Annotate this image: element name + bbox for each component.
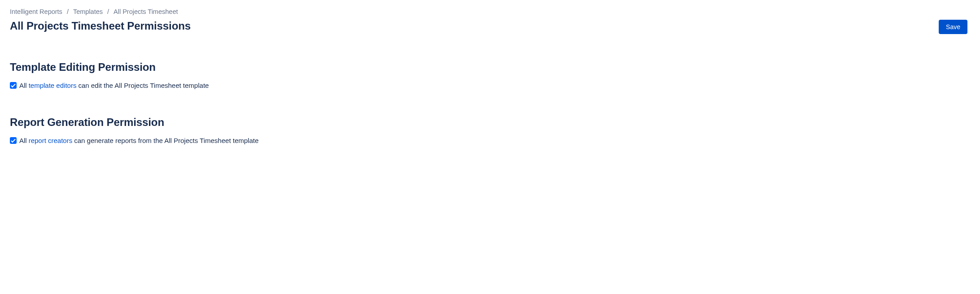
- save-button[interactable]: Save: [939, 20, 967, 34]
- report-generation-section: Report Generation Permission All report …: [10, 116, 970, 144]
- breadcrumb-separator: /: [67, 8, 69, 15]
- report-generation-title: Report Generation Permission: [10, 116, 970, 129]
- report-generation-checkbox[interactable]: [10, 137, 17, 144]
- report-generation-text-prefix: All: [19, 137, 27, 144]
- template-editing-checkbox[interactable]: [10, 82, 17, 89]
- template-editing-text-prefix: All: [19, 82, 27, 89]
- breadcrumb-separator: /: [107, 8, 109, 15]
- report-creators-link[interactable]: report creators: [29, 137, 73, 144]
- template-editing-text-suffix: can edit the All Projects Timesheet temp…: [78, 82, 209, 89]
- breadcrumb-link-templates[interactable]: Templates: [73, 8, 103, 15]
- report-generation-text-suffix: can generate reports from the All Projec…: [74, 137, 258, 144]
- template-editing-section: Template Editing Permission All template…: [10, 61, 970, 89]
- breadcrumb-link-intelligent-reports[interactable]: Intelligent Reports: [10, 8, 62, 15]
- page-title: All Projects Timesheet Permissions: [10, 20, 191, 32]
- template-editors-link[interactable]: template editors: [29, 82, 77, 89]
- breadcrumb-link-all-projects-timesheet[interactable]: All Projects Timesheet: [114, 8, 178, 15]
- template-editing-title: Template Editing Permission: [10, 61, 970, 74]
- page-header: All Projects Timesheet Permissions Save: [10, 20, 970, 34]
- breadcrumb: Intelligent Reports / Templates / All Pr…: [10, 8, 970, 15]
- report-generation-permission-row: All report creators can generate reports…: [10, 137, 970, 144]
- template-editing-permission-row: All template editors can edit the All Pr…: [10, 82, 970, 89]
